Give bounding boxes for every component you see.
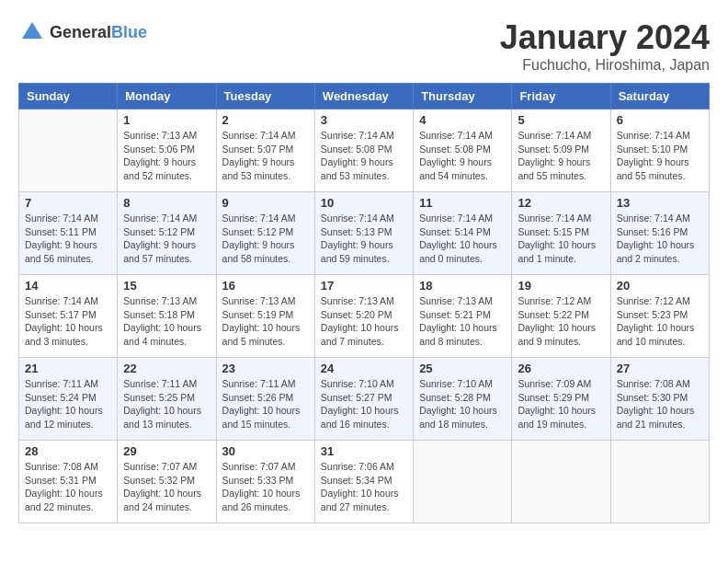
calendar: SundayMondayTuesdayWednesdayThursdayFrid… <box>18 83 710 523</box>
day-info: Sunrise: 7:06 AMSunset: 5:34 PMDaylight:… <box>321 460 407 514</box>
day-info: Sunrise: 7:11 AMSunset: 5:25 PMDaylight:… <box>123 377 210 431</box>
day-number: 12 <box>518 196 604 210</box>
day-info: Sunrise: 7:08 AMSunset: 5:30 PMDaylight:… <box>617 377 703 431</box>
logo-text-blue: Blue <box>111 23 147 41</box>
calendar-cell: 16Sunrise: 7:13 AMSunset: 5:19 PMDayligh… <box>216 275 314 358</box>
day-number: 24 <box>321 362 407 375</box>
day-info: Sunrise: 7:14 AMSunset: 5:12 PMDaylight:… <box>222 212 309 266</box>
day-info: Sunrise: 7:14 AMSunset: 5:12 PMDaylight:… <box>123 212 210 266</box>
calendar-cell: 22Sunrise: 7:11 AMSunset: 5:25 PMDayligh… <box>118 358 216 441</box>
calendar-cell: 3Sunrise: 7:14 AMSunset: 5:08 PMDaylight… <box>314 109 413 192</box>
day-info: Sunrise: 7:08 AMSunset: 5:31 PMDaylight:… <box>25 460 111 514</box>
calendar-cell: 29Sunrise: 7:07 AMSunset: 5:32 PMDayligh… <box>118 441 216 523</box>
day-info: Sunrise: 7:13 AMSunset: 5:21 PMDaylight:… <box>419 294 506 349</box>
day-info: Sunrise: 7:07 AMSunset: 5:33 PMDaylight:… <box>222 460 309 514</box>
title-section: January 2024 Fuchucho, Hiroshima, Japan <box>500 18 710 74</box>
calendar-cell: 21Sunrise: 7:11 AMSunset: 5:24 PMDayligh… <box>19 358 118 441</box>
day-number: 17 <box>321 279 407 293</box>
calendar-cell: 5Sunrise: 7:14 AMSunset: 5:09 PMDaylight… <box>512 109 610 192</box>
day-number: 6 <box>617 113 703 127</box>
day-number: 18 <box>419 279 506 293</box>
day-number: 10 <box>321 196 407 210</box>
day-number: 2 <box>222 113 309 127</box>
day-info: Sunrise: 7:07 AMSunset: 5:32 PMDaylight:… <box>123 460 210 514</box>
day-number: 14 <box>25 279 111 293</box>
calendar-cell: 4Sunrise: 7:14 AMSunset: 5:08 PMDaylight… <box>414 109 512 192</box>
month-title: January 2024 <box>500 18 710 57</box>
day-number: 28 <box>25 444 111 458</box>
logo-text-general: General <box>50 23 111 41</box>
day-info: Sunrise: 7:14 AMSunset: 5:11 PMDaylight:… <box>25 212 111 266</box>
calendar-cell: 13Sunrise: 7:14 AMSunset: 5:16 PMDayligh… <box>610 192 709 275</box>
calendar-cell: 28Sunrise: 7:08 AMSunset: 5:31 PMDayligh… <box>19 441 118 523</box>
svg-marker-0 <box>22 22 42 39</box>
day-number: 29 <box>123 444 210 458</box>
day-info: Sunrise: 7:14 AMSunset: 5:09 PMDaylight:… <box>518 129 604 183</box>
calendar-cell <box>19 109 118 192</box>
day-number: 11 <box>419 196 506 210</box>
day-number: 15 <box>123 279 210 293</box>
day-number: 27 <box>617 362 703 375</box>
calendar-cell: 27Sunrise: 7:08 AMSunset: 5:30 PMDayligh… <box>610 358 709 441</box>
day-info: Sunrise: 7:14 AMSunset: 5:08 PMDaylight:… <box>321 129 407 183</box>
day-info: Sunrise: 7:12 AMSunset: 5:22 PMDaylight:… <box>518 294 604 349</box>
calendar-cell: 30Sunrise: 7:07 AMSunset: 5:33 PMDayligh… <box>216 441 314 523</box>
header-row: SundayMondayTuesdayWednesdayThursdayFrid… <box>19 84 710 109</box>
calendar-cell: 25Sunrise: 7:10 AMSunset: 5:28 PMDayligh… <box>414 358 512 441</box>
calendar-cell: 24Sunrise: 7:10 AMSunset: 5:27 PMDayligh… <box>314 358 413 441</box>
day-number: 31 <box>321 444 407 458</box>
day-info: Sunrise: 7:11 AMSunset: 5:24 PMDaylight:… <box>25 377 111 431</box>
header-day-wednesday: Wednesday <box>314 84 413 109</box>
day-info: Sunrise: 7:14 AMSunset: 5:16 PMDaylight:… <box>617 212 703 266</box>
day-info: Sunrise: 7:10 AMSunset: 5:28 PMDaylight:… <box>419 377 506 431</box>
header: GeneralBlue January 2024 Fuchucho, Hiros… <box>18 18 710 74</box>
day-info: Sunrise: 7:14 AMSunset: 5:13 PMDaylight:… <box>321 212 407 266</box>
day-info: Sunrise: 7:12 AMSunset: 5:23 PMDaylight:… <box>617 294 703 349</box>
day-info: Sunrise: 7:14 AMSunset: 5:17 PMDaylight:… <box>25 294 111 349</box>
day-info: Sunrise: 7:14 AMSunset: 5:08 PMDaylight:… <box>419 129 506 183</box>
day-number: 7 <box>25 196 111 210</box>
calendar-cell: 12Sunrise: 7:14 AMSunset: 5:15 PMDayligh… <box>512 192 610 275</box>
header-day-sunday: Sunday <box>19 84 118 109</box>
day-info: Sunrise: 7:14 AMSunset: 5:10 PMDaylight:… <box>617 129 703 183</box>
calendar-cell: 9Sunrise: 7:14 AMSunset: 5:12 PMDaylight… <box>216 192 314 275</box>
calendar-cell: 14Sunrise: 7:14 AMSunset: 5:17 PMDayligh… <box>19 275 118 358</box>
day-number: 3 <box>321 113 407 127</box>
day-number: 23 <box>222 362 309 375</box>
day-number: 20 <box>617 279 703 293</box>
day-number: 4 <box>419 113 506 127</box>
day-number: 5 <box>518 113 604 127</box>
header-day-tuesday: Tuesday <box>216 84 314 109</box>
calendar-cell: 18Sunrise: 7:13 AMSunset: 5:21 PMDayligh… <box>414 275 512 358</box>
calendar-cell: 31Sunrise: 7:06 AMSunset: 5:34 PMDayligh… <box>314 441 413 523</box>
calendar-cell: 2Sunrise: 7:14 AMSunset: 5:07 PMDaylight… <box>216 109 314 192</box>
logo-icon <box>18 18 46 46</box>
calendar-cell: 26Sunrise: 7:09 AMSunset: 5:29 PMDayligh… <box>512 358 610 441</box>
calendar-cell <box>512 441 610 523</box>
day-info: Sunrise: 7:13 AMSunset: 5:06 PMDaylight:… <box>123 129 210 183</box>
calendar-week-2: 7Sunrise: 7:14 AMSunset: 5:11 PMDaylight… <box>19 192 710 275</box>
calendar-cell: 20Sunrise: 7:12 AMSunset: 5:23 PMDayligh… <box>610 275 709 358</box>
calendar-week-4: 21Sunrise: 7:11 AMSunset: 5:24 PMDayligh… <box>19 358 710 441</box>
calendar-cell: 17Sunrise: 7:13 AMSunset: 5:20 PMDayligh… <box>314 275 413 358</box>
calendar-cell: 15Sunrise: 7:13 AMSunset: 5:18 PMDayligh… <box>118 275 216 358</box>
day-number: 16 <box>222 279 309 293</box>
day-number: 22 <box>123 362 210 375</box>
day-info: Sunrise: 7:14 AMSunset: 5:07 PMDaylight:… <box>222 129 309 183</box>
day-number: 25 <box>419 362 506 375</box>
calendar-cell: 8Sunrise: 7:14 AMSunset: 5:12 PMDaylight… <box>118 192 216 275</box>
day-number: 21 <box>25 362 111 375</box>
day-number: 13 <box>617 196 703 210</box>
calendar-week-3: 14Sunrise: 7:14 AMSunset: 5:17 PMDayligh… <box>19 275 710 358</box>
calendar-week-1: 1Sunrise: 7:13 AMSunset: 5:06 PMDaylight… <box>19 109 710 192</box>
day-number: 8 <box>123 196 210 210</box>
calendar-header: SundayMondayTuesdayWednesdayThursdayFrid… <box>19 84 710 109</box>
day-number: 19 <box>518 279 604 293</box>
calendar-cell: 6Sunrise: 7:14 AMSunset: 5:10 PMDaylight… <box>610 109 709 192</box>
calendar-cell <box>610 441 709 523</box>
day-info: Sunrise: 7:13 AMSunset: 5:18 PMDaylight:… <box>123 294 210 349</box>
header-day-friday: Friday <box>512 84 610 109</box>
calendar-cell <box>414 441 512 523</box>
calendar-body: 1Sunrise: 7:13 AMSunset: 5:06 PMDaylight… <box>19 109 710 523</box>
day-info: Sunrise: 7:09 AMSunset: 5:29 PMDaylight:… <box>518 377 604 431</box>
